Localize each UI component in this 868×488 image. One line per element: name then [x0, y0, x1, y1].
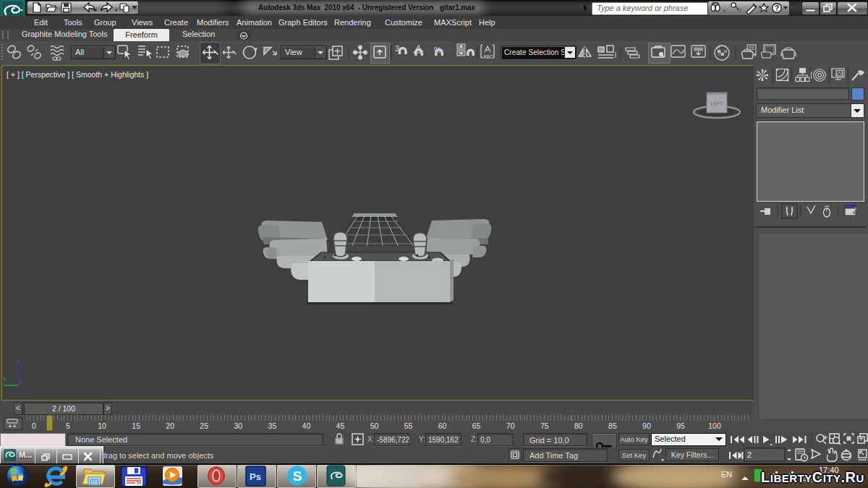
svg-text:?: ?: [775, 4, 779, 12]
svg-text:LEFT: LEFT: [710, 101, 723, 106]
svg-text:54: 54: [137, 481, 141, 485]
svg-text:2: 2: [747, 450, 752, 459]
svg-text:Ps: Ps: [250, 471, 261, 482]
svg-text:Y: Y: [3, 376, 7, 382]
svg-text:Z: Z: [17, 359, 20, 365]
svg-text:S: S: [293, 468, 302, 484]
svg-text:ABC: ABC: [483, 54, 493, 59]
